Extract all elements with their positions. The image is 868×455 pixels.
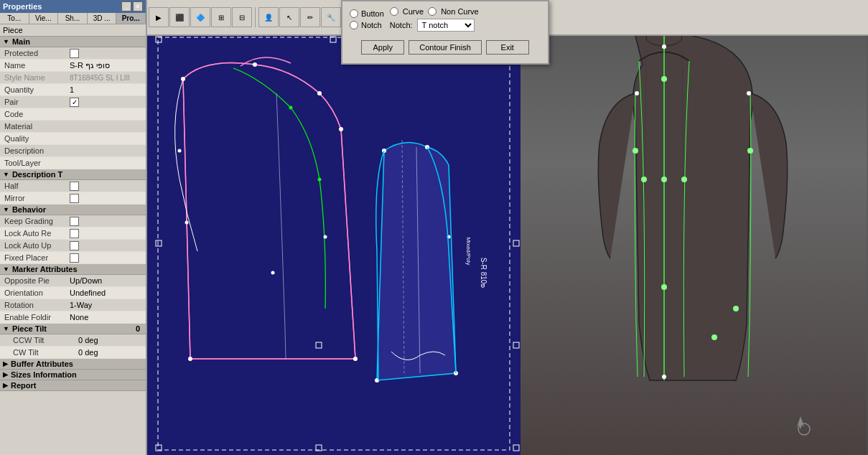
svg-point-2 (317, 91, 322, 95)
section-buffer-attributes: ▶ Buffer Attributes (0, 359, 146, 370)
svg-point-35 (661, 284, 667, 290)
pattern-svg: S-R 810פ Mixed/Poly (147, 36, 521, 455)
radio-notch-option[interactable]: Notch (350, 21, 384, 29)
svg-rect-22 (513, 240, 519, 246)
prop-pair-checkbox[interactable] (70, 98, 79, 107)
svg-point-39 (747, 148, 753, 154)
prop-fixed-placer-checkbox[interactable] (70, 253, 79, 263)
piece-label: Piece (0, 24, 146, 37)
toolbar-btn-2[interactable]: ⬛ (169, 7, 190, 27)
toolbar-btn-5[interactable]: ⊟ (232, 7, 252, 27)
section-toggle-desc[interactable]: ▼ (3, 171, 9, 178)
section-toggle-report[interactable]: ▶ (3, 382, 8, 389)
prop-name-value[interactable]: S-R סופי גף (70, 61, 144, 70)
svg-point-45 (662, 375, 666, 379)
prop-quantity-value[interactable]: 1 (70, 85, 144, 94)
prop-enable-foldir-value[interactable]: None (70, 313, 144, 322)
radio-non-curve-circle[interactable] (428, 7, 437, 16)
tab-3d[interactable]: 3D ... (88, 13, 117, 24)
svg-point-4 (188, 357, 192, 361)
svg-point-5 (253, 62, 257, 67)
prop-name: Name S-R סופי גף (0, 60, 146, 72)
svg-point-6 (339, 127, 343, 131)
prop-style-name-value: 8T16845G SL I LIII (70, 74, 144, 82)
prop-code-label: Code (1, 110, 70, 118)
exit-button[interactable]: Exit (486, 40, 529, 55)
prop-half: Half (0, 180, 146, 192)
section-toggle-behavior[interactable]: ▼ (3, 206, 9, 213)
prop-half-checkbox[interactable] (70, 182, 79, 191)
svg-point-12 (318, 178, 322, 182)
tab-shape[interactable]: Sh... (58, 13, 88, 24)
svg-point-38 (633, 148, 638, 154)
prop-ccw-tilt-value[interactable]: 0 deg (78, 336, 144, 344)
prop-mirror-checkbox[interactable] (70, 194, 79, 203)
radio-button-label: Button (361, 9, 384, 18)
toolbar-btn-4[interactable]: ⊞ (211, 7, 231, 27)
prop-code: Code (0, 108, 146, 121)
prop-cw-tilt-value[interactable]: 0 deg (78, 348, 144, 357)
svg-text:Mixed/Poly: Mixed/Poly (465, 237, 472, 265)
contour-finish-button[interactable]: Contour Finish (409, 40, 482, 55)
prop-lock-auto-up-checkbox[interactable] (70, 241, 79, 250)
minimize-button[interactable]: _ (121, 1, 131, 11)
prop-quality: Quality (0, 133, 146, 145)
view-3d[interactable] (521, 36, 868, 455)
prop-orientation-value[interactable]: Undefined (70, 289, 144, 297)
apply-button[interactable]: Apply (361, 40, 404, 55)
section-main-label: Main (12, 37, 30, 46)
prop-material: Material (0, 121, 146, 133)
section-behavior: ▼ Behavior (0, 205, 146, 215)
prop-lock-auto-re-label: Lock Auto Re (1, 229, 70, 238)
radio-button-option[interactable]: Button (350, 9, 384, 18)
section-toggle-sizes[interactable]: ▶ (3, 371, 8, 378)
non-curve-label: Non Curve (441, 7, 479, 16)
close-button[interactable]: × (133, 1, 143, 11)
prop-cw-tilt-label: CW Tilt (10, 348, 78, 357)
prop-mirror: Mirror (0, 192, 146, 205)
toolbar-btn-tool[interactable]: 🔧 (321, 7, 341, 27)
section-behavior-label: Behavior (12, 205, 46, 214)
pattern-canvas[interactable]: S-R 810פ Mixed/Poly (147, 36, 521, 455)
radio-notch-circle[interactable] (350, 21, 358, 29)
prop-lock-auto-up: Lock Auto Up (0, 240, 146, 252)
tab-properties[interactable]: Pro... (116, 13, 146, 24)
tab-toolbar[interactable]: To... (0, 13, 29, 24)
svg-point-34 (661, 177, 667, 182)
svg-point-9 (271, 271, 275, 275)
prop-keep-grading-checkbox[interactable] (70, 217, 79, 226)
prop-lock-auto-re-checkbox[interactable] (70, 229, 79, 238)
notch-select-label: Notch: (390, 21, 413, 29)
prop-opposite-pie-value[interactable]: Up/Down (70, 276, 144, 285)
radio-curve-circle[interactable] (390, 7, 398, 16)
tab-view[interactable]: Vie... (29, 13, 59, 24)
toolbar-btn-3[interactable]: 🔷 (190, 7, 210, 27)
prop-name-label: Name (1, 61, 70, 70)
notch-type-select[interactable]: T notch (417, 19, 475, 32)
prop-opposite-pie: Opposite Pie Up/Down (0, 275, 146, 287)
radio-button-circle[interactable] (350, 9, 358, 18)
prop-protected-checkbox[interactable] (70, 49, 79, 58)
toolbar-btn-person[interactable]: 👤 (258, 7, 279, 27)
toolbar-btn-1[interactable]: ▶ (149, 7, 169, 27)
prop-opposite-pie-label: Opposite Pie (1, 276, 70, 285)
svg-point-44 (747, 91, 751, 95)
section-toggle-main[interactable]: ▼ (3, 38, 9, 45)
section-buffer-label: Buffer Attributes (11, 360, 73, 368)
section-toggle-tilt[interactable]: ▼ (3, 325, 9, 332)
svg-point-41 (711, 334, 717, 340)
prop-orientation-label: Orientation (1, 289, 70, 297)
section-toggle-buffer[interactable]: ▶ (3, 360, 8, 367)
svg-marker-46 (797, 416, 804, 429)
prop-pair: Pair (0, 96, 146, 108)
radio-group-button-notch: Button Notch (350, 9, 384, 29)
section-report: ▶ Report (0, 380, 146, 391)
toolbar-btn-cursor[interactable]: ↖ (279, 7, 299, 27)
prop-rotation-value[interactable]: 1-Way (70, 301, 144, 309)
section-toggle-marker[interactable]: ▼ (3, 266, 9, 273)
toolbar-btn-edit[interactable]: ✏ (300, 7, 320, 27)
svg-rect-23 (316, 342, 322, 348)
prop-pair-label: Pair (1, 98, 70, 106)
prop-protected: Protected (0, 47, 146, 60)
prop-lock-auto-re: Lock Auto Re (0, 228, 146, 240)
